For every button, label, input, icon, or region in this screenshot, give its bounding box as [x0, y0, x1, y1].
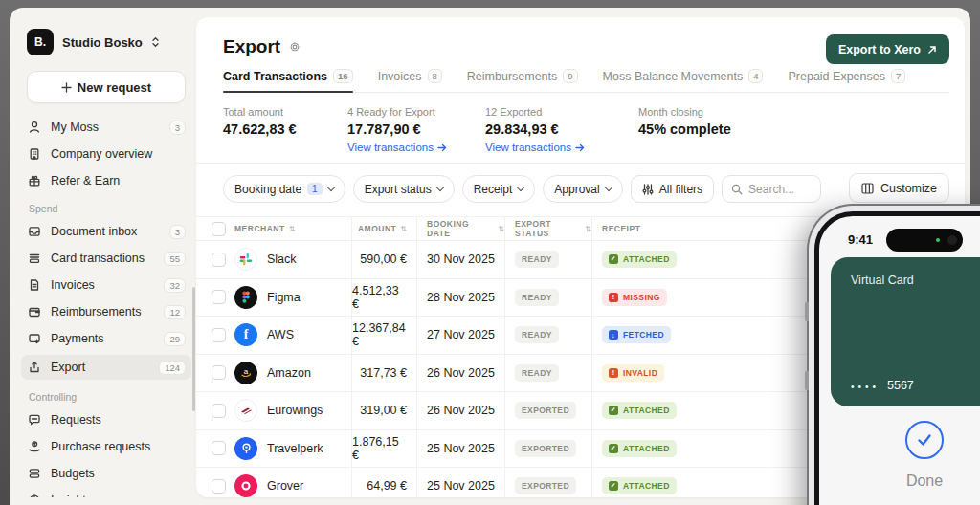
svg-text:a: a — [244, 367, 249, 376]
sidebar-item-export[interactable]: Export 124 — [21, 355, 191, 380]
page-title: Export — [223, 36, 280, 57]
sidebar-item-document-inbox[interactable]: Document inbox 3 — [21, 221, 191, 242]
row-checkbox[interactable] — [212, 290, 226, 304]
travelperk-logo-icon — [234, 437, 257, 460]
status-badge: READY — [515, 251, 559, 268]
hand-coin-icon — [27, 439, 42, 454]
search-input[interactable] — [748, 183, 808, 196]
budgets-icon — [27, 466, 42, 481]
tab-count: 7 — [891, 69, 905, 83]
updown-chevron-icon — [151, 36, 160, 48]
sort-icon[interactable]: ⇅ — [585, 225, 591, 233]
select-all-checkbox[interactable] — [212, 222, 226, 236]
grover-logo-icon — [234, 474, 257, 497]
amazon-logo-icon: a — [234, 362, 257, 384]
filter-booking-date[interactable]: Booking date 1 — [223, 175, 345, 203]
masked-digits: •••• — [851, 382, 880, 392]
tab-invoices[interactable]: Invoices8 — [378, 69, 442, 92]
count-badge: 12 — [164, 305, 186, 319]
tab-prepaid-expenses[interactable]: Prepaid Expenses7 — [788, 69, 905, 92]
count-badge: 3 — [169, 121, 186, 135]
sidebar-scrollbar[interactable] — [192, 287, 195, 411]
export-to-xero-button[interactable]: Export to Xero — [826, 34, 949, 64]
row-checkbox[interactable] — [212, 479, 226, 494]
payments-icon — [27, 331, 42, 346]
sidebar-item-requests[interactable]: Requests — [21, 409, 191, 430]
export-tabs: Card Transactions16 Invoices8 Reimbursem… — [223, 69, 949, 93]
view-transactions-link[interactable]: View transactions — [485, 142, 585, 153]
col-receipt[interactable]: RECEIPT — [602, 224, 640, 233]
stats-row: Total amount 47.622,83 € 4 Ready for Exp… — [223, 93, 949, 163]
row-checkbox[interactable] — [212, 328, 226, 342]
status-badge: EXPORTED — [515, 477, 576, 494]
sidebar-item-my-moss[interactable]: My Moss 3 — [21, 117, 191, 138]
workspace-switcher[interactable]: B. Studio Bosko — [27, 29, 186, 55]
tab-reimbursements[interactable]: Reimbursements9 — [467, 69, 578, 92]
count-badge: 29 — [164, 332, 186, 346]
chevron-down-icon — [517, 184, 524, 191]
col-export-status[interactable]: EXPORT STATUS — [515, 219, 581, 238]
stat-ready-for-export: 4 Ready for Export 17.787,90 € View tran… — [347, 106, 449, 153]
section-title-spend: Spend — [29, 203, 186, 214]
sort-icon[interactable]: ⇅ — [400, 225, 407, 233]
sidebar-item-card-transactions[interactable]: Card transactions 55 — [21, 248, 191, 269]
count-badge: 3 — [169, 225, 186, 239]
sidebar-item-company-overview[interactable]: Company overview — [21, 143, 191, 165]
search-icon — [731, 184, 743, 195]
row-checkbox[interactable] — [212, 365, 226, 380]
virtual-card: Virtual Card m •••• 5567 — [831, 257, 980, 406]
col-merchant[interactable]: MERCHANT — [234, 224, 285, 233]
status-badge: READY — [515, 326, 559, 343]
all-filters-button[interactable]: All filters — [631, 175, 714, 203]
card-last-digits: 5567 — [887, 379, 914, 392]
sidebar-item-payments[interactable]: Payments 29 — [21, 328, 191, 349]
receipt-badge: ✓ATTACHED — [602, 402, 677, 419]
new-request-label: New request — [78, 80, 151, 95]
customize-button[interactable]: Customize — [849, 173, 949, 203]
col-amount[interactable]: AMOUNT — [358, 224, 396, 233]
receipt-badge: !MISSING — [602, 289, 667, 306]
filter-count-badge: 1 — [307, 183, 323, 195]
row-checkbox[interactable] — [212, 441, 226, 455]
receipt-attached-icon: ✓ — [609, 254, 618, 264]
chevron-down-icon — [604, 184, 612, 191]
row-checkbox[interactable] — [212, 252, 226, 267]
sidebar-item-purchase-requests[interactable]: Purchase requests — [21, 436, 191, 457]
tab-moss-balance-movements[interactable]: Moss Balance Movements4 — [603, 69, 764, 92]
filter-receipt[interactable]: Receipt — [462, 175, 536, 203]
sidebar: B. Studio Bosko New request My Moss 3 Co… — [10, 8, 197, 497]
sidebar-item-refer-earn[interactable]: Refer & Earn — [21, 170, 191, 191]
row-checkbox[interactable] — [212, 404, 226, 418]
new-request-button[interactable]: New request — [27, 71, 186, 103]
arrow-up-right-icon — [927, 45, 937, 55]
document-icon — [27, 277, 42, 293]
stat-exported: 12 Exported 29.834,93 € View transaction… — [485, 106, 585, 153]
dynamic-island — [886, 229, 963, 252]
receipt-badge: !INVALID — [602, 364, 664, 382]
tab-card-transactions[interactable]: Card Transactions16 — [223, 69, 353, 92]
sidebar-item-insights[interactable]: Insights — [21, 490, 191, 497]
columns-icon — [861, 183, 874, 194]
front-camera — [947, 235, 957, 245]
done-button[interactable]: Done — [906, 472, 943, 490]
col-booking-date[interactable]: BOOKING DATE — [427, 219, 494, 238]
sidebar-item-reimbursements[interactable]: Reimbursements 12 — [21, 301, 191, 322]
status-badge: EXPORTED — [515, 440, 576, 457]
sort-icon[interactable]: ⇅ — [498, 225, 504, 233]
sort-icon[interactable]: ⇅ — [289, 225, 296, 233]
filter-approval[interactable]: Approval — [543, 175, 622, 203]
success-check-icon — [905, 421, 944, 459]
view-transactions-link[interactable]: View transactions — [347, 142, 449, 153]
sidebar-item-invoices[interactable]: Invoices 32 — [21, 274, 191, 296]
export-settings-gear-icon[interactable] — [288, 40, 301, 54]
filter-export-status[interactable]: Export status — [353, 175, 455, 203]
camera-indicator-dot — [936, 238, 940, 242]
chat-bubble-icon — [27, 412, 42, 428]
inbox-icon — [27, 224, 42, 239]
status-badge: READY — [515, 289, 559, 306]
receipt-fetched-icon: ↓ — [609, 330, 618, 340]
search-box[interactable] — [722, 175, 821, 203]
wallet-icon — [27, 304, 42, 319]
sidebar-item-budgets[interactable]: Budgets — [21, 463, 191, 484]
figma-logo-icon — [234, 286, 257, 309]
